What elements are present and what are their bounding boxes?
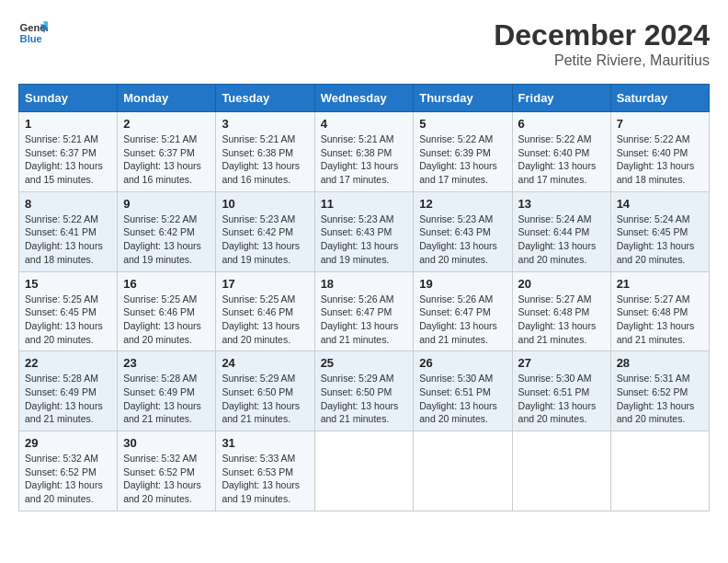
day-number: 28 (617, 356, 703, 370)
calendar-cell: 15 Sunrise: 5:25 AMSunset: 6:45 PMDaylig… (19, 271, 118, 351)
title-block: December 2024 Petite Riviere, Mauritius (494, 18, 710, 69)
logo: General Blue (18, 18, 48, 48)
day-number: 2 (123, 117, 210, 131)
day-info: Sunrise: 5:22 AMSunset: 6:40 PMDaylight:… (617, 132, 703, 187)
day-info: Sunrise: 5:23 AMSunset: 6:42 PMDaylight:… (222, 213, 308, 267)
calendar-cell: 2 Sunrise: 5:21 AMSunset: 6:37 PMDayligh… (118, 112, 216, 192)
calendar-cell: 14 Sunrise: 5:24 AMSunset: 6:45 PMDaylig… (610, 191, 709, 271)
day-number: 5 (419, 117, 506, 131)
calendar-cell: 9 Sunrise: 5:22 AMSunset: 6:42 PMDayligh… (118, 191, 216, 271)
day-info: Sunrise: 5:27 AMSunset: 6:48 PMDaylight:… (617, 293, 703, 347)
calendar-cell: 8 Sunrise: 5:22 AMSunset: 6:41 PMDayligh… (19, 191, 118, 271)
calendar-cell: 21 Sunrise: 5:27 AMSunset: 6:48 PMDaylig… (610, 271, 709, 351)
day-number: 9 (123, 197, 210, 211)
calendar-cell: 31 Sunrise: 5:33 AMSunset: 6:53 PMDaylig… (216, 431, 314, 511)
day-number: 8 (25, 197, 111, 211)
column-header-friday: Friday (512, 85, 610, 112)
calendar-cell: 20 Sunrise: 5:27 AMSunset: 6:48 PMDaylig… (512, 271, 610, 351)
svg-text:Blue: Blue (20, 33, 42, 44)
day-number: 29 (25, 436, 111, 450)
day-number: 24 (222, 356, 308, 370)
day-number: 12 (419, 197, 506, 211)
calendar-cell: 16 Sunrise: 5:25 AMSunset: 6:46 PMDaylig… (118, 271, 216, 351)
calendar-cell: 7 Sunrise: 5:22 AMSunset: 6:40 PMDayligh… (610, 112, 709, 192)
day-info: Sunrise: 5:33 AMSunset: 6:53 PMDaylight:… (222, 452, 308, 506)
calendar-cell (414, 431, 512, 511)
day-number: 6 (518, 117, 605, 131)
day-info: Sunrise: 5:26 AMSunset: 6:47 PMDaylight:… (321, 293, 408, 347)
day-info: Sunrise: 5:21 AMSunset: 6:37 PMDaylight:… (25, 132, 111, 187)
page-header: General Blue December 2024 Petite Rivier… (18, 18, 710, 69)
calendar-cell: 17 Sunrise: 5:25 AMSunset: 6:46 PMDaylig… (216, 271, 314, 351)
day-number: 11 (321, 197, 408, 211)
day-number: 16 (123, 277, 210, 291)
calendar-table: SundayMondayTuesdayWednesdayThursdayFrid… (18, 84, 710, 511)
day-number: 1 (25, 117, 111, 131)
day-number: 30 (123, 436, 210, 450)
day-number: 14 (617, 197, 703, 211)
column-header-monday: Monday (118, 85, 216, 112)
day-info: Sunrise: 5:26 AMSunset: 6:47 PMDaylight:… (419, 293, 506, 347)
column-header-sunday: Sunday (19, 85, 118, 112)
calendar-cell: 6 Sunrise: 5:22 AMSunset: 6:40 PMDayligh… (512, 112, 610, 192)
day-info: Sunrise: 5:29 AMSunset: 6:50 PMDaylight:… (222, 372, 308, 426)
calendar-cell (610, 431, 709, 511)
calendar-cell: 4 Sunrise: 5:21 AMSunset: 6:38 PMDayligh… (314, 112, 414, 192)
day-number: 20 (518, 277, 605, 291)
calendar-cell: 1 Sunrise: 5:21 AMSunset: 6:37 PMDayligh… (19, 112, 118, 192)
day-info: Sunrise: 5:32 AMSunset: 6:52 PMDaylight:… (25, 452, 111, 506)
day-info: Sunrise: 5:21 AMSunset: 6:38 PMDaylight:… (222, 132, 308, 187)
day-number: 17 (222, 277, 308, 291)
calendar-cell: 10 Sunrise: 5:23 AMSunset: 6:42 PMDaylig… (216, 191, 314, 271)
day-info: Sunrise: 5:28 AMSunset: 6:49 PMDaylight:… (123, 372, 210, 426)
day-info: Sunrise: 5:31 AMSunset: 6:52 PMDaylight:… (617, 372, 703, 426)
day-info: Sunrise: 5:21 AMSunset: 6:37 PMDaylight:… (123, 132, 210, 187)
day-info: Sunrise: 5:32 AMSunset: 6:52 PMDaylight:… (123, 452, 210, 506)
day-number: 19 (419, 277, 506, 291)
day-info: Sunrise: 5:23 AMSunset: 6:43 PMDaylight:… (419, 213, 506, 267)
calendar-cell: 3 Sunrise: 5:21 AMSunset: 6:38 PMDayligh… (216, 112, 314, 192)
calendar-cell: 18 Sunrise: 5:26 AMSunset: 6:47 PMDaylig… (314, 271, 414, 351)
calendar-header-row: SundayMondayTuesdayWednesdayThursdayFrid… (19, 85, 710, 112)
day-info: Sunrise: 5:24 AMSunset: 6:44 PMDaylight:… (518, 213, 605, 267)
main-title: December 2024 (494, 18, 710, 52)
calendar-cell: 30 Sunrise: 5:32 AMSunset: 6:52 PMDaylig… (118, 431, 216, 511)
day-info: Sunrise: 5:30 AMSunset: 6:51 PMDaylight:… (419, 372, 506, 426)
day-number: 23 (123, 356, 210, 370)
calendar-week-4: 22 Sunrise: 5:28 AMSunset: 6:49 PMDaylig… (19, 351, 710, 431)
day-number: 10 (222, 197, 308, 211)
day-number: 25 (321, 356, 408, 370)
calendar-cell: 24 Sunrise: 5:29 AMSunset: 6:50 PMDaylig… (216, 351, 314, 431)
calendar-cell: 25 Sunrise: 5:29 AMSunset: 6:50 PMDaylig… (314, 351, 414, 431)
day-number: 4 (321, 117, 408, 131)
calendar-cell: 19 Sunrise: 5:26 AMSunset: 6:47 PMDaylig… (414, 271, 512, 351)
calendar-week-1: 1 Sunrise: 5:21 AMSunset: 6:37 PMDayligh… (19, 112, 710, 192)
day-info: Sunrise: 5:25 AMSunset: 6:46 PMDaylight:… (123, 293, 210, 347)
column-header-saturday: Saturday (610, 85, 709, 112)
day-info: Sunrise: 5:25 AMSunset: 6:46 PMDaylight:… (222, 293, 308, 347)
day-number: 26 (419, 356, 506, 370)
calendar-cell: 28 Sunrise: 5:31 AMSunset: 6:52 PMDaylig… (610, 351, 709, 431)
day-info: Sunrise: 5:27 AMSunset: 6:48 PMDaylight:… (518, 293, 605, 347)
day-number: 21 (617, 277, 703, 291)
calendar-week-5: 29 Sunrise: 5:32 AMSunset: 6:52 PMDaylig… (19, 431, 710, 511)
day-info: Sunrise: 5:24 AMSunset: 6:45 PMDaylight:… (617, 213, 703, 267)
calendar-cell: 13 Sunrise: 5:24 AMSunset: 6:44 PMDaylig… (512, 191, 610, 271)
day-number: 13 (518, 197, 605, 211)
day-info: Sunrise: 5:25 AMSunset: 6:45 PMDaylight:… (25, 293, 111, 347)
calendar-cell: 11 Sunrise: 5:23 AMSunset: 6:43 PMDaylig… (314, 191, 414, 271)
day-info: Sunrise: 5:30 AMSunset: 6:51 PMDaylight:… (518, 372, 605, 426)
day-info: Sunrise: 5:22 AMSunset: 6:41 PMDaylight:… (25, 213, 111, 267)
column-header-tuesday: Tuesday (216, 85, 314, 112)
day-info: Sunrise: 5:28 AMSunset: 6:49 PMDaylight:… (25, 372, 111, 426)
calendar-cell: 27 Sunrise: 5:30 AMSunset: 6:51 PMDaylig… (512, 351, 610, 431)
logo-icon: General Blue (18, 18, 48, 48)
column-header-thursday: Thursday (414, 85, 512, 112)
calendar-cell: 26 Sunrise: 5:30 AMSunset: 6:51 PMDaylig… (414, 351, 512, 431)
subtitle: Petite Riviere, Mauritius (494, 52, 710, 69)
day-number: 3 (222, 117, 308, 131)
calendar-cell: 5 Sunrise: 5:22 AMSunset: 6:39 PMDayligh… (414, 112, 512, 192)
calendar-cell: 22 Sunrise: 5:28 AMSunset: 6:49 PMDaylig… (19, 351, 118, 431)
column-header-wednesday: Wednesday (314, 85, 414, 112)
calendar-cell (512, 431, 610, 511)
